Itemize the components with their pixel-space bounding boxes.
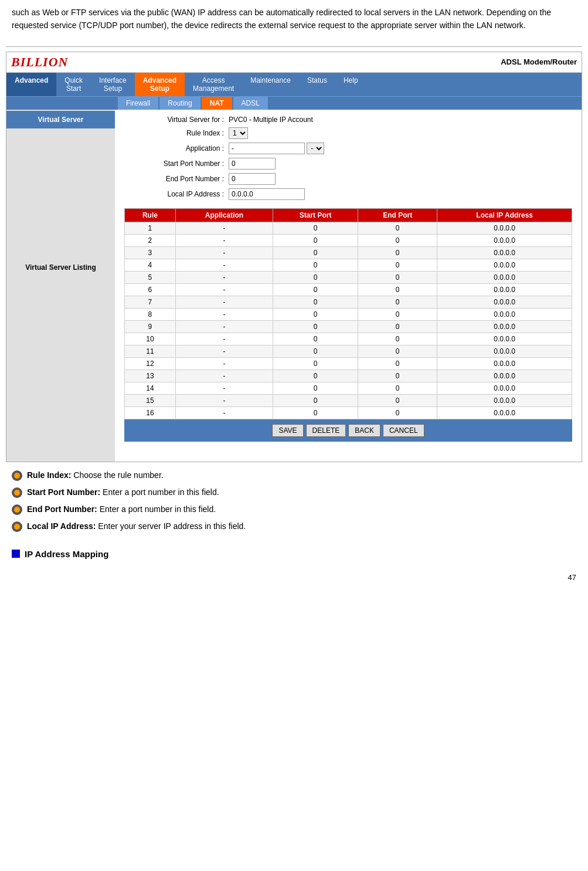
cell-start-port: 0 — [273, 296, 358, 308]
desc-rule-index: Rule Index: Choose the rule number. — [12, 469, 576, 482]
col-rule: Rule — [125, 208, 176, 222]
cell-start-port: 0 — [273, 320, 358, 333]
blue-square-icon — [12, 550, 20, 558]
cell-end-port: 0 — [358, 345, 437, 357]
cell-start-port: 0 — [273, 406, 358, 419]
end-port-label: End Port Number : — [124, 175, 224, 183]
start-port-label: Start Port Number : — [124, 160, 224, 168]
cell-end-port: 0 — [358, 394, 437, 406]
router-header: BILLION ADSL Modem/Router — [6, 52, 582, 73]
content-area: Virtual Server for : PVC0 - Multiple IP … — [115, 110, 582, 462]
table-row[interactable]: 13 - 0 0 0.0.0.0 — [125, 370, 572, 382]
table-row[interactable]: 10 - 0 0 0.0.0.0 — [125, 333, 572, 345]
cancel-button[interactable]: CANCEL — [383, 424, 424, 437]
cell-local-ip: 0.0.0.0 — [437, 246, 572, 259]
save-button[interactable]: SAVE — [272, 424, 303, 437]
table-row[interactable]: 14 - 0 0 0.0.0.0 — [125, 382, 572, 394]
nav-access-management[interactable]: AccessManagement — [185, 73, 242, 96]
description-section: Rule Index: Choose the rule number. Star… — [0, 462, 588, 544]
form-row-end-port: End Port Number : — [124, 173, 572, 185]
table-row[interactable]: 15 - 0 0 0.0.0.0 — [125, 394, 572, 406]
cell-start-port: 0 — [273, 357, 358, 370]
form-row-application: Application : - — [124, 143, 572, 154]
nav-quick-start[interactable]: QuickStart — [56, 73, 91, 96]
back-button[interactable]: BACK — [348, 424, 380, 437]
sidebar: Virtual Server Virtual Server Listing — [6, 110, 115, 462]
cell-rule: 2 — [125, 234, 176, 246]
cell-rule: 11 — [125, 345, 176, 357]
table-row[interactable]: 1 - 0 0 0.0.0.0 — [125, 222, 572, 234]
bullet-end-port — [12, 504, 22, 515]
billion-logo: BILLION — [11, 55, 68, 70]
cell-local-ip: 0.0.0.0 — [437, 406, 572, 419]
cell-local-ip: 0.0.0.0 — [437, 320, 572, 333]
subnav-nat[interactable]: NAT — [202, 97, 232, 110]
nav-advanced-label: Advanced — [6, 73, 56, 96]
vs-for-label: Virtual Server for : — [124, 116, 224, 124]
table-row[interactable]: 5 - 0 0 0.0.0.0 — [125, 271, 572, 283]
nav-help[interactable]: Help — [335, 73, 366, 96]
cell-local-ip: 0.0.0.0 — [437, 222, 572, 234]
cell-end-port: 0 — [358, 283, 437, 296]
cell-local-ip: 0.0.0.0 — [437, 271, 572, 283]
rule-index-label: Rule Index : — [124, 129, 224, 137]
intro-paragraph: such as Web or FTP services via the publ… — [12, 8, 551, 30]
sidebar-virtual-server[interactable]: Virtual Server — [6, 111, 115, 128]
col-application: Application — [175, 208, 273, 222]
bullet-start-port — [12, 487, 22, 498]
end-port-input[interactable] — [229, 173, 276, 185]
cell-start-port: 0 — [273, 283, 358, 296]
cell-application: - — [175, 259, 273, 271]
table-row[interactable]: 3 - 0 0 0.0.0.0 — [125, 246, 572, 259]
desc-end-port-text: End Port Number: Enter a port number in … — [27, 503, 216, 516]
cell-end-port: 0 — [358, 271, 437, 283]
cell-rule: 12 — [125, 357, 176, 370]
local-ip-input[interactable] — [229, 188, 305, 200]
bullet-local-ip — [12, 521, 22, 532]
cell-start-port: 0 — [273, 333, 358, 345]
subnav-adsl[interactable]: ADSL — [233, 97, 268, 110]
cell-start-port: 0 — [273, 271, 358, 283]
table-row[interactable]: 4 - 0 0 0.0.0.0 — [125, 259, 572, 271]
application-input1[interactable] — [229, 143, 305, 154]
subnav-firewall[interactable]: Firewall — [118, 97, 158, 110]
table-row[interactable]: 12 - 0 0 0.0.0.0 — [125, 357, 572, 370]
table-row[interactable]: 2 - 0 0 0.0.0.0 — [125, 234, 572, 246]
cell-application: - — [175, 222, 273, 234]
table-row[interactable]: 6 - 0 0 0.0.0.0 — [125, 283, 572, 296]
delete-button[interactable]: DELETE — [306, 424, 346, 437]
table-row[interactable]: 11 - 0 0 0.0.0.0 — [125, 345, 572, 357]
rule-index-select[interactable]: 1 — [229, 127, 248, 139]
page-number: 47 — [0, 568, 588, 587]
button-bar: SAVE DELETE BACK CANCEL — [124, 419, 572, 442]
cell-rule: 5 — [125, 271, 176, 283]
cell-rule: 16 — [125, 406, 176, 419]
nav-advanced-setup[interactable]: AdvancedSetup — [135, 73, 185, 96]
table-row[interactable]: 9 - 0 0 0.0.0.0 — [125, 320, 572, 333]
nav-maintenance[interactable]: Maintenance — [242, 73, 299, 96]
desc-local-ip: Local IP Address: Enter your server IP a… — [12, 520, 576, 533]
cell-end-port: 0 — [358, 246, 437, 259]
application-select[interactable]: - — [307, 143, 324, 154]
nav-status[interactable]: Status — [299, 73, 335, 96]
cell-end-port: 0 — [358, 259, 437, 271]
subnav-routing[interactable]: Routing — [159, 97, 200, 110]
cell-rule: 13 — [125, 370, 176, 382]
table-row[interactable]: 8 - 0 0 0.0.0.0 — [125, 308, 572, 320]
cell-application: - — [175, 246, 273, 259]
start-port-input[interactable] — [229, 158, 276, 170]
nav-interface-setup[interactable]: InterfaceSetup — [91, 73, 135, 96]
table-row[interactable]: 7 - 0 0 0.0.0.0 — [125, 296, 572, 308]
cell-end-port: 0 — [358, 320, 437, 333]
col-local-ip: Local IP Address — [437, 208, 572, 222]
desc-rule-index-text: Rule Index: Choose the rule number. — [27, 469, 164, 482]
desc-local-ip-text: Local IP Address: Enter your server IP a… — [27, 520, 246, 533]
table-row[interactable]: 16 - 0 0 0.0.0.0 — [125, 406, 572, 419]
cell-application: - — [175, 283, 273, 296]
listing-table: Rule Application Start Port End Port Loc… — [124, 208, 572, 419]
cell-end-port: 0 — [358, 296, 437, 308]
cell-local-ip: 0.0.0.0 — [437, 394, 572, 406]
sub-nav: Firewall Routing NAT ADSL — [6, 96, 582, 110]
cell-end-port: 0 — [358, 308, 437, 320]
ip-mapping-title: IP Address Mapping — [12, 549, 576, 559]
